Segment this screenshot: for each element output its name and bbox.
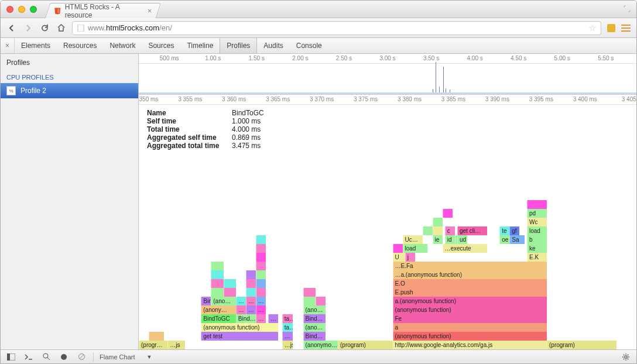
- home-button[interactable]: [56, 23, 66, 33]
- flame-frame[interactable]: …: [236, 305, 246, 314]
- flame-frame[interactable]: [393, 244, 403, 253]
- flame-frame[interactable]: Sa: [509, 235, 525, 244]
- flame-frame[interactable]: (ano…: [211, 297, 236, 305]
- flame-frame[interactable]: gf: [509, 226, 519, 235]
- back-button[interactable]: [6, 23, 17, 33]
- flame-frame[interactable]: …a.(anonymous function): [393, 270, 547, 279]
- flame-frame[interactable]: …: [246, 297, 256, 305]
- flame-frame[interactable]: (anonymo…: [303, 341, 338, 349]
- flame-frame[interactable]: load: [403, 244, 428, 253]
- flame-chart-area[interactable]: 3 350 ms3 355 ms3 360 ms3 365 ms3 370 ms…: [139, 95, 636, 349]
- flame-frame[interactable]: [256, 288, 266, 297]
- flame-frame[interactable]: load: [527, 226, 547, 235]
- devtools-tab-audits[interactable]: Audits: [257, 38, 289, 53]
- flame-frame[interactable]: [256, 270, 266, 279]
- flame-frame[interactable]: [224, 288, 236, 297]
- minimize-window-button[interactable]: [18, 6, 25, 13]
- flame-frame[interactable]: [256, 262, 266, 270]
- flame-frame[interactable]: [211, 262, 223, 270]
- flame-frame[interactable]: a.(anonymous function): [393, 297, 547, 305]
- flame-frame[interactable]: ie: [433, 235, 443, 244]
- devtools-close-button[interactable]: ×: [1, 38, 15, 53]
- flame-frame[interactable]: ta…: [282, 323, 293, 332]
- flame-frame[interactable]: Bind…: [303, 332, 326, 341]
- flame-frame[interactable]: [149, 332, 164, 341]
- flame-frame[interactable]: E.O: [393, 279, 547, 288]
- flame-frame[interactable]: (program): [547, 341, 617, 349]
- flame-frame[interactable]: ud: [457, 235, 467, 244]
- settings-button[interactable]: [620, 352, 632, 362]
- search-button[interactable]: [40, 352, 52, 362]
- zoom-window-button[interactable]: [30, 6, 37, 13]
- flame-frame[interactable]: [303, 288, 316, 297]
- flame-frame[interactable]: get cli…: [457, 226, 487, 235]
- flame-frame[interactable]: …E.Fa: [393, 262, 547, 270]
- flame-frame[interactable]: [256, 244, 266, 253]
- flame-frame[interactable]: j: [405, 253, 415, 262]
- flame-frame[interactable]: id: [445, 235, 455, 244]
- devtools-tab-network[interactable]: Network: [103, 38, 142, 53]
- flame-frame[interactable]: http://www.google-analytics.com/ga.js: [393, 341, 547, 349]
- menu-icon[interactable]: [621, 25, 631, 32]
- flame-frame[interactable]: E.K: [527, 253, 547, 262]
- view-select[interactable]: Flame Chart ▼: [100, 353, 152, 360]
- flame-frame[interactable]: ta…: [282, 314, 293, 323]
- flame-frame[interactable]: a: [393, 323, 547, 332]
- url-field[interactable]: www.html5rocks.com/en/ ☆: [72, 21, 601, 35]
- flame-frame[interactable]: (program): [338, 341, 393, 349]
- flame-frame[interactable]: [443, 209, 453, 218]
- devtools-tab-resources[interactable]: Resources: [57, 38, 103, 53]
- flame-frame[interactable]: [211, 288, 223, 297]
- flame-frame[interactable]: …execute: [443, 244, 488, 253]
- flame-frame[interactable]: [256, 253, 266, 262]
- flame-frame[interactable]: (anonymous function): [201, 323, 278, 332]
- flame-frame[interactable]: get test: [201, 332, 278, 341]
- record-button[interactable]: [58, 352, 70, 362]
- console-toggle-button[interactable]: [23, 352, 35, 362]
- flame-frame[interactable]: …: [236, 297, 246, 305]
- flame-frame[interactable]: [246, 270, 256, 279]
- flame-frame[interactable]: E.push: [393, 288, 547, 297]
- flame-frame[interactable]: Uc…: [403, 235, 423, 244]
- devtools-tab-elements[interactable]: Elements: [15, 38, 57, 53]
- overview-timeline[interactable]: 500 ms1.00 s1.50 s2.00 s2.50 s3.00 s3.50…: [139, 54, 636, 95]
- flame-frame[interactable]: c: [445, 226, 455, 235]
- flame-frame[interactable]: [256, 279, 266, 288]
- flame-frame[interactable]: [423, 226, 433, 235]
- flame-frame[interactable]: oe: [499, 235, 509, 244]
- dock-button[interactable]: [5, 352, 17, 362]
- flame-frame[interactable]: …: [256, 305, 266, 314]
- close-window-button[interactable]: [6, 6, 13, 13]
- flame-frame[interactable]: …: [256, 297, 266, 305]
- flame-frame[interactable]: BindToGC: [201, 314, 236, 323]
- flame-frame[interactable]: …: [268, 314, 278, 323]
- profile-item[interactable]: % Profile 2: [1, 83, 138, 98]
- flame-frame[interactable]: (progr…: [139, 341, 167, 349]
- flame-frame[interactable]: [256, 235, 266, 244]
- flame-frame[interactable]: Bind…: [236, 314, 256, 323]
- tab-close-icon[interactable]: ×: [148, 6, 152, 15]
- flame-frame[interactable]: Fe: [393, 314, 547, 323]
- flame-frame[interactable]: [433, 226, 443, 235]
- maximize-icon[interactable]: [624, 5, 631, 12]
- flame-frame[interactable]: …js: [167, 341, 185, 349]
- flame-frame[interactable]: [246, 288, 256, 297]
- flame-frame[interactable]: Wc: [527, 218, 547, 226]
- reload-button[interactable]: [39, 23, 50, 33]
- clear-button[interactable]: [76, 352, 87, 362]
- flame-frame[interactable]: [433, 218, 443, 226]
- flame-frame[interactable]: [224, 279, 236, 288]
- flame-frame[interactable]: (anonymous function): [393, 305, 547, 314]
- lock-icon[interactable]: [607, 24, 615, 32]
- flame-frame[interactable]: [316, 297, 326, 305]
- flame-frame[interactable]: [211, 270, 223, 279]
- flame-frame[interactable]: (ano…: [303, 305, 326, 314]
- flame-frame[interactable]: …js: [282, 341, 293, 349]
- flame-frame[interactable]: (ano…: [303, 323, 326, 332]
- devtools-tab-sources[interactable]: Sources: [142, 38, 180, 53]
- flame-frame[interactable]: [527, 200, 547, 209]
- devtools-tab-profiles[interactable]: Profiles: [220, 38, 257, 53]
- flame-frame[interactable]: [211, 279, 223, 288]
- flame-frame[interactable]: …: [256, 314, 266, 323]
- flame-frame[interactable]: (anonymous function): [393, 332, 547, 341]
